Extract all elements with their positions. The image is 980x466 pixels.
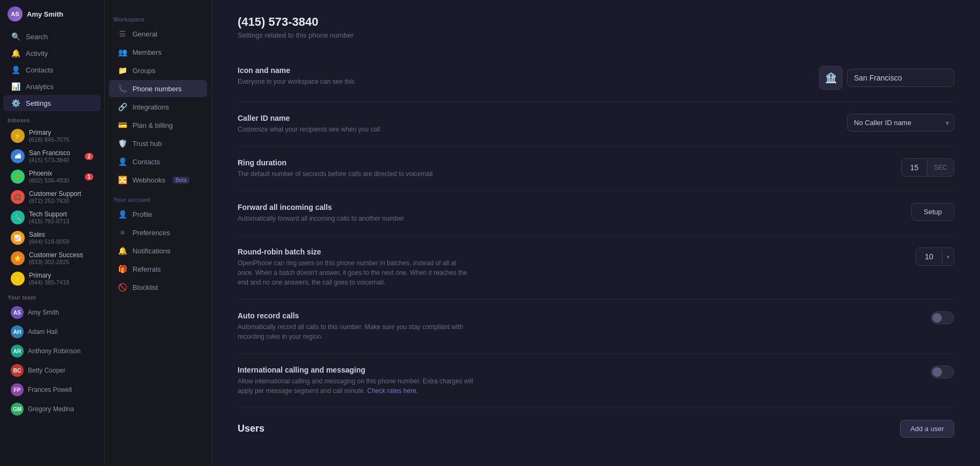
mid-nav-webhooks[interactable]: 🔀 Webhooks Beta	[109, 171, 207, 188]
team-amy[interactable]: AS Amy Smith	[3, 303, 101, 322]
team-gregory[interactable]: GM Gregory Medina	[3, 400, 101, 418]
inbox-name: Customer Support	[29, 190, 93, 198]
auto-record-toggle[interactable]	[931, 311, 954, 324]
nav-analytics[interactable]: 📊 Analytics	[3, 78, 101, 94]
inbox-number: (872) 252-7820	[29, 198, 93, 204]
inbox-avatar: ⚡	[11, 129, 25, 143]
workspace-section-label: Workspace	[105, 9, 211, 25]
nav-settings[interactable]: ⚙️ Settings	[3, 95, 101, 111]
blocklist-icon: 🚫	[117, 283, 127, 292]
mid-nav-contacts[interactable]: 👤 Contacts	[109, 153, 207, 170]
page-title: (415) 573-3840	[238, 15, 954, 29]
nav-search[interactable]: 🔍 Search	[3, 28, 101, 45]
mid-nav-blocklist[interactable]: 🚫 Blocklist	[109, 279, 207, 296]
team-frances[interactable]: FP Frances Powell	[3, 381, 101, 399]
round-robin-section: Round-robin batch size OpenPhone can rin…	[238, 236, 954, 300]
inbox-phoenix[interactable]: 🌵 Phoenix (602) 536-4930 1	[3, 167, 101, 186]
integrations-icon: 🔗	[117, 103, 127, 111]
inbox-avatar: 🔧	[11, 210, 25, 224]
inbox-tech-support[interactable]: 🔧 Tech Support (415) 792-0713	[3, 208, 101, 227]
mid-nav-members[interactable]: 👥 Members	[109, 43, 207, 61]
nav-contacts[interactable]: 👤 Contacts	[3, 62, 101, 78]
mid-nav-referrals[interactable]: 🎁 Referrals	[109, 260, 207, 278]
team-avatar: AR	[11, 345, 24, 358]
user-header[interactable]: AS Amy Smith	[0, 0, 104, 28]
caller-id-section: Caller ID name Customize what your recip…	[238, 102, 954, 147]
ring-duration-unit: SEC	[927, 159, 954, 176]
round-robin-desc: OpenPhone can ring users on this phone n…	[238, 258, 474, 287]
mid-sidebar: Workspace ☰ General 👥 Members 📁 Groups 📞…	[105, 0, 212, 466]
notifications-icon: 🔔	[117, 246, 127, 255]
mid-nav-profile[interactable]: 👤 Profile	[109, 206, 207, 223]
mid-nav-groups[interactable]: 📁 Groups	[109, 62, 207, 79]
auto-record-slider	[931, 311, 954, 324]
auto-record-title: Auto record calls	[238, 311, 918, 320]
members-icon: 👥	[117, 48, 127, 56]
forward-calls-title: Forward all incoming calls	[238, 203, 898, 212]
inbox-sanfrancisco[interactable]: 🏙 San Francisco (415) 573-3840 2	[3, 147, 101, 166]
mid-nav-general[interactable]: ☰ General	[109, 25, 207, 42]
mid-nav-plan-billing[interactable]: 💳 Plan & billing	[109, 116, 207, 134]
caller-id-desc: Customize what your recipients see when …	[238, 125, 474, 134]
phone-numbers-icon: 📞	[117, 84, 127, 93]
profile-icon: 👤	[117, 210, 127, 219]
international-toggle[interactable]	[931, 366, 954, 378]
inbox-avatar: ⭐	[11, 251, 25, 265]
phone-icon-button[interactable]: 🏦	[819, 66, 843, 90]
nav-activity[interactable]: 🔔 Activity	[3, 45, 101, 61]
ring-duration-title: Ring duration	[238, 158, 888, 167]
webhooks-icon: 🔀	[117, 176, 127, 184]
referrals-icon: 🎁	[117, 265, 127, 273]
ring-duration-desc: The default number of seconds before cal…	[238, 169, 474, 179]
user-avatar: AS	[8, 6, 23, 21]
team-avatar: AH	[11, 325, 24, 338]
mid-nav-preferences[interactable]: ≡ Preferences	[109, 224, 207, 241]
inbox-customer-success[interactable]: ⭐ Customer Success (833) 302-2825	[3, 249, 101, 268]
inbox-primary2[interactable]: ⚡ Primary (844) 385-7418	[3, 269, 101, 288]
team-avatar: BC	[11, 364, 24, 377]
mid-nav-trust-hub[interactable]: 🛡️ Trust hub	[109, 135, 207, 152]
general-icon: ☰	[117, 30, 127, 38]
team-member-name: Amy Smith	[28, 309, 59, 316]
setup-button[interactable]: Setup	[911, 203, 954, 221]
inbox-name: Primary	[29, 272, 93, 279]
inbox-customer-support[interactable]: 🎧 Customer Support (872) 252-7820	[3, 187, 101, 207]
preferences-icon: ≡	[117, 228, 127, 237]
contacts-mid-icon: 👤	[117, 157, 127, 166]
inbox-badge: 2	[85, 153, 93, 160]
team-avatar: AS	[11, 306, 24, 319]
auto-record-desc: Automatically record all calls to this n…	[238, 322, 474, 341]
beta-badge: Beta	[173, 177, 189, 184]
inbox-name: Customer Success	[29, 251, 93, 259]
inbox-sales[interactable]: 📈 Sales (844) 518-0059	[3, 228, 101, 247]
inbox-number: (415) 573-3840	[29, 157, 80, 163]
team-betty[interactable]: BC Betty Cooper	[3, 361, 101, 380]
team-adam[interactable]: AH Adam Hall	[3, 323, 101, 341]
check-rates-link[interactable]: Check rates here.	[367, 387, 418, 395]
add-user-button[interactable]: Add a user	[900, 420, 954, 438]
left-sidebar: AS Amy Smith 🔍 Search 🔔 Activity 👤 Conta…	[0, 0, 105, 466]
team-anthony[interactable]: AR Anthony Robinson	[3, 342, 101, 360]
caller-id-select[interactable]: No Caller ID name San Francisco OpenPhon…	[847, 114, 954, 132]
inbox-primary[interactable]: ⚡ Primary (618) 845-7075	[3, 126, 101, 145]
mid-nav-integrations[interactable]: 🔗 Integrations	[109, 98, 207, 115]
users-header: Users Add a user	[238, 408, 954, 444]
inbox-number: (602) 536-4930	[29, 177, 80, 184]
settings-icon: ⚙️	[11, 99, 20, 107]
auto-record-section: Auto record calls Automatically record a…	[238, 300, 954, 354]
round-robin-dropdown[interactable]: ▾	[942, 250, 954, 264]
team-member-name: Betty Cooper	[28, 367, 65, 374]
international-slider	[931, 366, 954, 378]
team-member-name: Frances Powell	[28, 386, 72, 394]
mid-nav-notifications[interactable]: 🔔 Notifications	[109, 242, 207, 259]
inbox-number: (415) 792-0713	[29, 218, 93, 224]
inbox-avatar: ⚡	[11, 272, 25, 286]
inbox-number: (618) 845-7075	[29, 136, 93, 143]
activity-icon: 🔔	[11, 49, 20, 57]
ring-duration-control: 15 SEC	[901, 158, 954, 177]
team-avatar: FP	[11, 383, 24, 396]
phone-name-input[interactable]	[847, 69, 954, 87]
caller-id-title: Caller ID name	[238, 114, 834, 122]
round-robin-value: 10	[916, 248, 942, 265]
mid-nav-phone-numbers[interactable]: 📞 Phone numbers	[109, 80, 207, 97]
